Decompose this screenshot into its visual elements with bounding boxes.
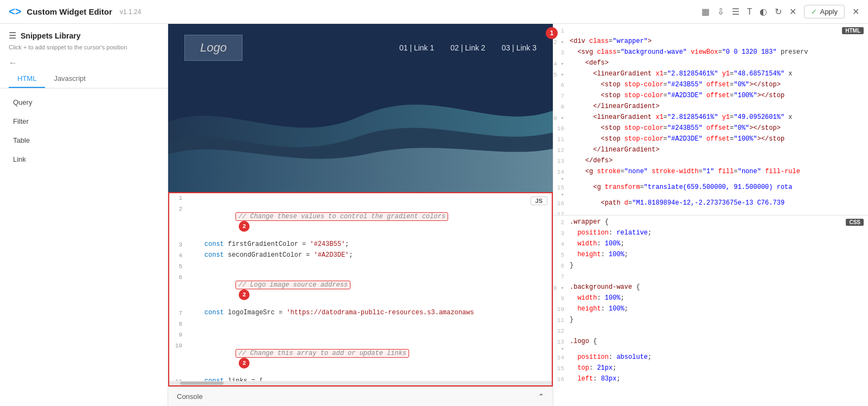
right-panel: HTML 1 2 ▾ <div class="wrapper"> 3 <svg … — [553, 24, 868, 406]
badge-10a: 2 — [239, 358, 250, 369]
check-icon: ✓ — [811, 8, 817, 16]
refresh-icon[interactable]: ↻ — [775, 7, 782, 17]
css-line-16: 16 left: 83px; — [553, 375, 868, 385]
css-pane: CSS 2 .wrapper { 3 position: relative; 4… — [553, 215, 868, 407]
code-line-7: 7 const logoImageSrc = 'https://datodram… — [169, 308, 552, 319]
sidebar-tabs: HTML Javascript — [0, 70, 168, 88]
html-line-9: 9 ▾ <linearGradient x1="2.81285461%" y1=… — [553, 113, 868, 124]
code-line-4: 4 const secondGradientColor = '#A2D3DE'; — [169, 251, 552, 262]
html-line-15: 15 ▾ <g transform="translate(659.500000,… — [553, 183, 868, 199]
sidebar-item-link[interactable]: Link — [0, 150, 168, 169]
css-line-14: 14 position: absolute; — [553, 353, 868, 364]
preview-link-1[interactable]: 01 | Link 1 — [399, 43, 434, 52]
preview-logo: Logo — [184, 35, 242, 61]
code-line-3: 3 const firstGradientColor = '#243B55'; — [169, 240, 552, 251]
html-badge: HTML — [842, 27, 864, 34]
badge-2a: 2 — [239, 221, 250, 232]
font-icon[interactable]: T — [747, 7, 752, 17]
topbar-right: ▦ ⇩ ☰ T ◐ ↻ ✕ ✓ Apply ✕ — [701, 5, 859, 18]
back-arrow-icon[interactable]: ← — [0, 56, 168, 70]
panel-badge-1: 1 — [546, 27, 558, 39]
css-line-6: 6 } — [553, 261, 868, 272]
console-expand-icon[interactable]: ⌃ — [538, 392, 544, 401]
sidebar-subtitle: Click + to add snippet to the cursor's p… — [0, 43, 168, 56]
css-line-3: 3 position: relative; — [553, 229, 868, 239]
html-code-area[interactable]: 1 2 ▾ <div class="wrapper"> 3 <svg class… — [553, 24, 868, 215]
css-line-5: 5 height: 100%; — [553, 250, 868, 261]
preview-link-2[interactable]: 02 | Link 2 — [450, 43, 485, 52]
sidebar-header: ☰ Snippets Library — [0, 24, 168, 43]
code-line-8: 8 — [169, 319, 552, 330]
html-line-8: 8 </linearGradient> — [553, 102, 868, 113]
topbar: <> Custom Widget Editor v1.1.24 ▦ ⇩ ☰ T … — [0, 0, 868, 24]
js-editor: JS 1 2 // Change these values to control… — [168, 192, 553, 386]
sidebar-title: Snippets Library — [21, 31, 80, 40]
highlight-10a: // Change this array to add or update li… — [235, 349, 409, 358]
code-line-9: 9 — [169, 330, 552, 341]
css-badge: CSS — [846, 219, 864, 226]
sidebar-item-filter[interactable]: Filter — [0, 112, 168, 131]
js-code-area[interactable]: 1 2 // Change these values to control th… — [169, 193, 552, 381]
sidebar-items: Query Filter Table Link — [0, 88, 168, 173]
html-line-7: 7 <stop stop-color="#A2D3DE" offset="100… — [553, 91, 868, 102]
html-line-14: 14 ▾ <g stroke="none" stroke-width="1" f… — [553, 167, 868, 183]
download-icon[interactable]: ⇩ — [717, 7, 724, 17]
tab-javascript[interactable]: Javascript — [45, 70, 94, 88]
css-line-4: 4 width: 100%; — [553, 239, 868, 250]
preview-link-3[interactable]: 03 | Link 3 — [502, 43, 537, 52]
contrast-icon[interactable]: ◐ — [760, 7, 767, 17]
js-horizontal-scrollbar[interactable] — [169, 381, 552, 385]
html-line-11: 11 <stop stop-color="#A2D3DE" offset="10… — [553, 135, 868, 145]
html-line-2: 2 ▾ <div class="wrapper"> — [553, 37, 868, 48]
code-line-10: 10 // Change this array to add or update… — [169, 341, 552, 377]
preview-area: Logo 01 | Link 1 02 | Link 2 03 | Link 3 — [168, 24, 553, 192]
code-line-11: 11 ▾ const links = [ — [169, 377, 552, 381]
app-title: Custom Widget Editor — [27, 7, 112, 16]
html-line-1: 1 — [553, 26, 868, 37]
highlight-6a: // Logo image source address — [235, 281, 350, 289]
html-line-16: 16 <path d="M1.8189894e-12,-2.27373675e-… — [553, 199, 868, 210]
preview-nav: Logo 01 | Link 1 02 | Link 2 03 | Link 3 — [168, 24, 553, 72]
code-line-6: 6 // Logo image source address 2 — [169, 272, 552, 308]
css-line-9: 9 width: 100%; — [553, 294, 868, 304]
code-line-2: 2 // Change these values to control the … — [169, 204, 552, 240]
html-pane: HTML 1 2 ▾ <div class="wrapper"> 3 <svg … — [553, 24, 868, 215]
js-badge: JS — [531, 196, 547, 205]
html-line-10: 10 <stop stop-color="#243B55" offset="0%… — [553, 124, 868, 135]
css-line-8: 8 ▾ .background-wave { — [553, 283, 868, 294]
html-line-13: 13 </defs> — [553, 156, 868, 167]
console-bar: Console ⌃ — [168, 386, 553, 406]
css-line-13: 13 ▾ .logo { — [553, 337, 868, 353]
html-line-12: 12 </linearGradient> — [553, 145, 868, 156]
css-line-7: 7 — [553, 272, 868, 283]
html-line-4: 4 ▾ <defs> — [553, 59, 868, 69]
app-version: v1.1.24 — [120, 8, 141, 16]
sidebar-item-table[interactable]: Table — [0, 131, 168, 150]
css-line-2: 2 .wrapper { — [553, 218, 868, 229]
badge-6a: 2 — [239, 289, 250, 300]
sidebar: ☰ Snippets Library Click + to add snippe… — [0, 24, 168, 406]
css-line-12: 12 — [553, 326, 868, 337]
topbar-left: <> Custom Widget Editor v1.1.24 — [9, 5, 141, 18]
center-area: Logo 01 | Link 1 02 | Link 2 03 | Link 3… — [168, 24, 553, 406]
menu-icon[interactable]: ☰ — [9, 30, 16, 41]
html-line-6: 6 <stop stop-color="#243B55" offset="0%"… — [553, 80, 868, 91]
sidebar-item-query[interactable]: Query — [0, 93, 168, 112]
css-code-area[interactable]: 2 .wrapper { 3 position: relative; 4 wid… — [553, 215, 868, 407]
close-x-icon[interactable]: ✕ — [789, 7, 796, 17]
html-line-17: 17 — [553, 210, 868, 215]
copy-icon[interactable]: ▦ — [701, 7, 710, 17]
css-line-11: 11 } — [553, 315, 868, 326]
list-icon[interactable]: ☰ — [732, 7, 739, 17]
highlight-2a: // Change these values to control the gr… — [235, 212, 448, 221]
code-line-5: 5 — [169, 262, 552, 272]
html-line-3: 3 <svg class="background-wave" viewBox="… — [553, 48, 868, 59]
tab-html[interactable]: HTML — [9, 70, 45, 88]
code-line-1: 1 — [169, 193, 552, 204]
panel-close-icon[interactable]: ✕ — [852, 7, 859, 17]
js-scroll-thumb[interactable] — [180, 382, 224, 385]
app-logo-icon: <> — [9, 5, 21, 18]
css-line-15: 15 top: 21px; — [553, 364, 868, 375]
apply-label: Apply — [820, 8, 838, 16]
apply-button[interactable]: ✓ Apply — [804, 5, 845, 18]
